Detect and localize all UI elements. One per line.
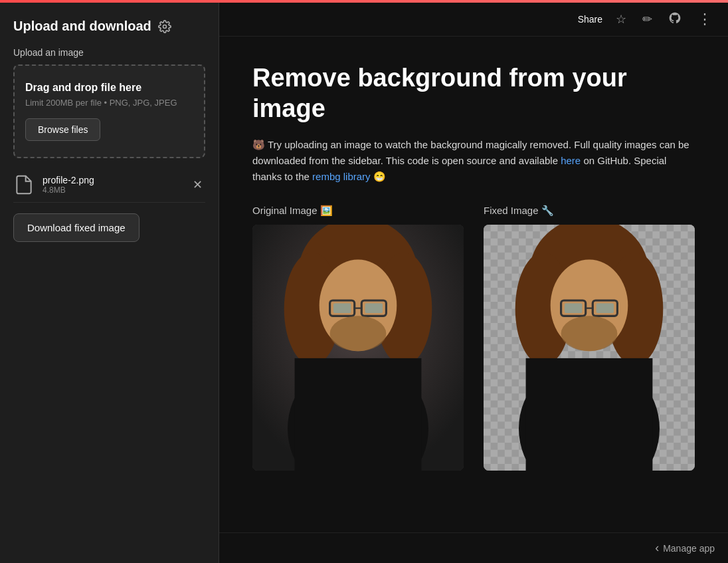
- images-container: Original Image 🖼️: [252, 205, 695, 471]
- description: 🐻 Try uploading an image to watch the ba…: [252, 137, 695, 185]
- here-link[interactable]: here: [561, 155, 581, 166]
- rembg-link[interactable]: rembg library: [312, 171, 371, 182]
- svg-point-13: [330, 316, 387, 351]
- more-icon: ⋮: [697, 11, 712, 27]
- svg-rect-15: [295, 358, 422, 471]
- file-remove-button[interactable]: ✕: [190, 175, 205, 195]
- file-name: profile-2.png: [43, 175, 190, 185]
- fixed-image-label: Fixed Image 🔧: [484, 205, 695, 217]
- edit-button[interactable]: ✏: [640, 9, 655, 29]
- manage-app-button[interactable]: ‹ Manage app: [655, 541, 715, 555]
- browse-files-button[interactable]: Browse files: [25, 118, 100, 141]
- star-button[interactable]: ☆: [613, 9, 629, 29]
- header-nav: Share ☆ ✏ ⋮: [219, 3, 728, 37]
- sidebar-title: Upload and download: [13, 19, 205, 34]
- footer-bar: ‹ Manage app: [219, 532, 728, 563]
- svg-point-32: [561, 316, 618, 351]
- fixed-image-visual: [484, 225, 695, 471]
- gear-icon[interactable]: [158, 20, 171, 33]
- more-button[interactable]: ⋮: [695, 8, 715, 31]
- sidebar-title-text: Upload and download: [13, 19, 151, 34]
- share-label: Share: [578, 14, 602, 25]
- fixed-image-placeholder: [484, 225, 695, 471]
- svg-rect-34: [526, 358, 653, 471]
- drop-zone-title: Drag and drop file here: [25, 82, 193, 94]
- sidebar: Upload and download Upload an image Drag…: [0, 3, 219, 563]
- svg-rect-30: [565, 303, 583, 313]
- drop-zone[interactable]: Drag and drop file here Limit 200MB per …: [13, 64, 205, 158]
- description-text-3: 😁: [371, 171, 386, 182]
- original-image-visual: [252, 225, 464, 471]
- download-fixed-image-button[interactable]: Download fixed image: [13, 213, 139, 242]
- share-button[interactable]: Share: [578, 14, 602, 25]
- upload-label: Upload an image: [13, 47, 205, 58]
- file-info: profile-2.png 4.8MB: [43, 175, 190, 195]
- file-size: 4.8MB: [43, 185, 190, 195]
- file-icon: [13, 174, 35, 195]
- page-title: Remove background from your image: [252, 63, 695, 124]
- app-container: Upload and download Upload an image Drag…: [0, 3, 728, 563]
- original-image-placeholder: [252, 225, 464, 471]
- github-icon: [668, 14, 682, 27]
- drop-zone-subtitle: Limit 200MB per file • PNG, JPG, JPEG: [25, 98, 193, 108]
- fixed-image-section: Fixed Image 🔧: [484, 205, 695, 471]
- github-button[interactable]: [666, 9, 684, 31]
- star-icon: ☆: [616, 13, 626, 26]
- edit-icon: ✏: [642, 13, 652, 26]
- svg-rect-31: [596, 303, 614, 313]
- original-image-section: Original Image 🖼️: [252, 205, 464, 471]
- content-area: Remove background from your image 🐻 Try …: [219, 37, 728, 532]
- original-image-label: Original Image 🖼️: [252, 205, 464, 217]
- main-content: Share ☆ ✏ ⋮ Remove background from yo: [219, 3, 728, 563]
- file-item: profile-2.png 4.8MB ✕: [13, 168, 205, 203]
- manage-app-label: Manage app: [663, 543, 715, 554]
- svg-rect-12: [365, 303, 383, 313]
- svg-rect-11: [333, 303, 351, 313]
- chevron-left-icon: ‹: [655, 541, 659, 555]
- svg-point-0: [163, 25, 166, 28]
